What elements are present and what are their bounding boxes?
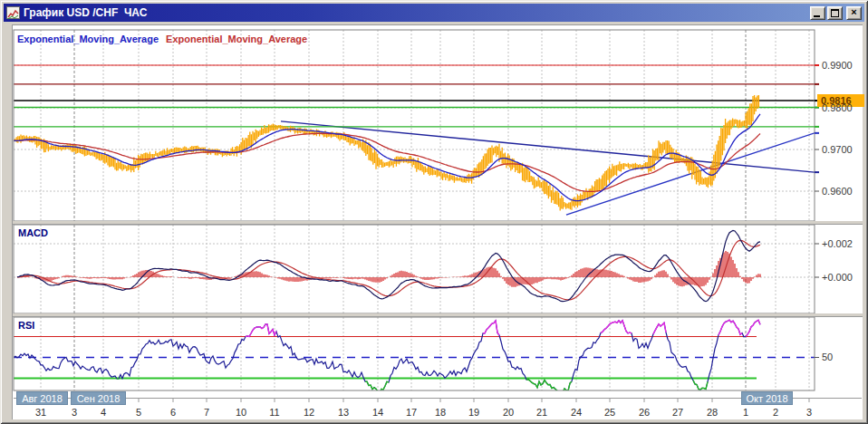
date-axis-label: 13 [338,407,349,418]
chart-client-area[interactable] [12,24,863,419]
close-button[interactable]: × [846,6,862,20]
minimize-icon [814,15,820,17]
date-axis-label: 4 [101,407,106,418]
date-axis-label: 31 [35,407,46,418]
rsi-panel-label: RSI [18,320,34,331]
month-badge: Окт 2018 [741,391,793,405]
legend-ema-fast: Exponential_Moving_Average [17,34,159,44]
date-axis-label: 28 [707,407,718,418]
date-axis-label: 19 [468,407,479,418]
date-axis-label: 17 [406,407,417,418]
date-axis-label: 12 [304,407,314,418]
price-axis-tick: 0.9600 [822,186,853,198]
indicator-legend: Exponential_Moving_AverageExponential_Mo… [17,34,314,44]
date-axis-label: 14 [372,407,383,418]
legend-ema-slow: Exponential_Moving_Average [166,34,307,44]
maximize-icon [831,9,839,17]
date-axis-label: 10 [236,407,246,418]
price-axis-tick: 0.9700 [822,144,853,156]
date-axis-label: 6 [170,407,176,418]
minimize-button[interactable] [810,6,825,20]
date-axis-label: 11 [269,407,279,418]
date-axis-label: 1 [743,407,748,418]
maximize-button[interactable] [827,6,843,20]
date-axis-label: 3 [72,407,77,418]
date-axis-label: 5 [136,407,141,418]
chart-icon [6,6,20,19]
window-controls: × [810,6,862,20]
date-axis-label: 18 [435,407,446,418]
date-axis-label: 24 [571,407,582,418]
date-axis-label: 20 [503,407,514,418]
window-titlebar[interactable]: График USD /CHF ЧАС × [4,4,864,22]
price-axis-tick: 0.9800 [822,102,853,114]
macd-panel-label: MACD [18,227,48,238]
date-axis-label: 7 [204,407,209,418]
month-badge: Сен 2018 [71,391,126,405]
macd-axis-tick: +0.002 [822,238,853,250]
window-title: График USD /CHF ЧАС [24,4,810,22]
price-axis-tick: 0.9900 [822,60,853,72]
rsi-axis-tick: 50 [822,352,833,363]
date-axis-label: 26 [639,407,650,418]
close-icon: × [847,6,861,17]
date-axis-label: 21 [536,407,547,418]
chart-window: График USD /CHF ЧАС × Exponential_Moving… [0,0,868,424]
date-axis-label: 27 [672,407,683,418]
date-axis-label: 2 [773,407,778,418]
macd-axis-tick: +0.000 [822,272,853,284]
date-axis-label: 3 [806,407,812,418]
date-axis-label: 25 [604,407,615,418]
month-badge: Авг 2018 [16,391,68,405]
